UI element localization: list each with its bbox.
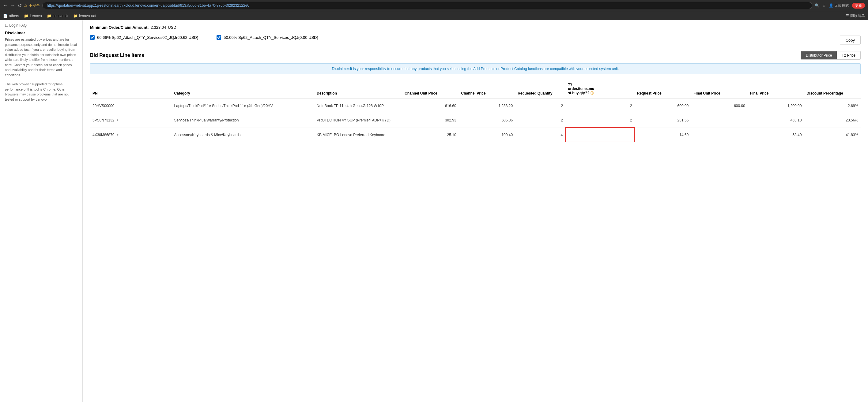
cell-final-unit-price-2 <box>691 128 748 142</box>
search-icon[interactable]: 🔍 <box>815 3 819 8</box>
checkbox2[interactable] <box>217 35 221 40</box>
url-text: https://quotation-web-sit.appz1p-restoni… <box>47 3 249 8</box>
cell-channel-unit-price-2: 25.10 <box>402 128 459 142</box>
cell-pn-1: 5PS0N73132✦ <box>90 113 172 128</box>
app-container: ☐ Login FAQ Disclaimer Prices are estima… <box>0 20 868 402</box>
reading-list-label: 阅读清单 <box>850 13 865 19</box>
bookmarks-left: 📄 others 📁 Lenovo 📁 lenovo-sit 📁 lenovo-… <box>3 14 96 18</box>
cell-discount-percentage-1: 23.56% <box>804 113 861 128</box>
sidebar-login-faq[interactable]: ☐ Login FAQ <box>5 23 78 28</box>
disclaimer-banner: Disclaimer:It is your responsibility to … <box>90 63 861 74</box>
th-channel-unit-price: Channel Unit Price <box>402 79 459 99</box>
table-row: 4X30M86879✦Accessory/Keyboards & Mice/Ke… <box>90 128 861 142</box>
warning-text: 不安全 <box>29 3 40 8</box>
checkbox1-item[interactable]: 66.66% Sp62_Attach_QTY_Services02_JQJ(60… <box>90 35 198 40</box>
cell-must-buy-2[interactable] <box>565 128 634 142</box>
cell-requested-quantity-2: 4 <box>515 128 565 142</box>
min-order-row: Minimum Order/Claim Amount: 2,323.04 USD <box>90 25 861 30</box>
pn-value: 20HVS00000 <box>93 103 114 109</box>
bookmark-label-others: others <box>9 14 19 18</box>
th-pn: PN <box>90 79 172 99</box>
bookmark-icon-others: 📄 <box>3 14 8 18</box>
price-toggle: Distributor Price T2 Price <box>801 51 861 60</box>
pn-value: 5PS0N73132 <box>93 118 114 123</box>
reading-list[interactable]: ☰ 阅读清单 <box>846 13 865 19</box>
cell-description-1: PROTECTION 4Y SUP (Premier+ADP+KYD) <box>314 113 402 128</box>
th-channel-price: Channel Price <box>459 79 516 99</box>
table-row: 5PS0N73132✦Services/ThinkPlus/Warranty/P… <box>90 113 861 128</box>
cell-final-unit-price-0: 600.00 <box>691 99 748 113</box>
th-must-buy: ?? order.items.mu st.buy.qty?? ⓘ <box>565 79 634 99</box>
bookmark-others[interactable]: 📄 others <box>3 14 19 18</box>
cell-pn-2: 4X30M86879✦ <box>90 128 172 142</box>
cell-channel-price-1: 605.86 <box>459 113 516 128</box>
bookmark-lenovo-uat[interactable]: 📁 lenovo-uat <box>73 14 96 18</box>
disclaimer-banner-text: Disclaimer:It is your responsibility to … <box>96 67 854 71</box>
cell-channel-unit-price-0: 616.60 <box>402 99 459 113</box>
bookmark-icon[interactable]: ☆ <box>823 3 826 8</box>
checkboxes-row: 66.66% Sp62_Attach_QTY_Services02_JQJ(60… <box>90 35 861 45</box>
min-order-currency: USD <box>168 25 176 30</box>
distributor-price-button[interactable]: Distributor Price <box>801 52 837 59</box>
reading-list-icon: ☰ <box>846 14 849 18</box>
sidebar-disclaimer-text1: Prices are estimated buy prices and are … <box>5 37 78 77</box>
sidebar: ☐ Login FAQ Disclaimer Prices are estima… <box>0 20 83 402</box>
cell-requested-quantity-1: 2 <box>515 113 565 128</box>
th-requested-quantity: Requested Quantity <box>515 79 565 99</box>
checkbox1-label: 66.66% Sp62_Attach_QTY_Services02_JQJ(60… <box>97 35 198 40</box>
th-category: Category <box>172 79 314 99</box>
main-content: Minimum Order/Claim Amount: 2,323.04 USD… <box>83 20 868 402</box>
t2-price-button[interactable]: T2 Price <box>837 52 860 59</box>
update-button[interactable]: 更新 <box>852 3 865 8</box>
min-order-label: Minimum Order/Claim Amount: <box>90 25 149 30</box>
cell-discount-percentage-0: 2.69% <box>804 99 861 113</box>
cell-category-0: Laptops/ThinkPad/11e Series/ThinkPad 11e… <box>172 99 314 113</box>
bookmark-label-lenovo-sit: lenovo-sit <box>53 14 68 18</box>
sidebar-disclaimer-text2: The web browser supported for optimal pe… <box>5 82 78 102</box>
bookmark-icon-lenovo-uat: 📁 <box>73 14 78 18</box>
cell-final-price-2: 58.40 <box>748 128 804 142</box>
security-warning: ⚠ 不安全 <box>24 3 40 8</box>
copy-button[interactable]: Copy <box>840 35 861 44</box>
cell-channel-price-0: 1,233.20 <box>459 99 516 113</box>
bookmark-lenovo[interactable]: 📁 Lenovo <box>24 14 42 18</box>
sidebar-disclaimer-title: Disclaimer <box>5 31 78 35</box>
cell-channel-unit-price-1: 302.93 <box>402 113 459 128</box>
user-menu[interactable]: 👤 无痕模式 <box>829 3 849 8</box>
cell-final-price-0: 1,200.00 <box>748 99 804 113</box>
cell-channel-price-2: 100.40 <box>459 128 516 142</box>
bookmark-icon-lenovo-sit: 📁 <box>47 14 52 18</box>
th-final-price: Final Price <box>748 79 804 99</box>
reload-button[interactable]: ↺ <box>18 3 22 8</box>
star-icon[interactable]: ✦ <box>116 118 119 123</box>
pn-value: 4X30M86879 <box>93 132 114 138</box>
cell-description-2: KB MICE_BO Lenovo Preferred Keyboard <box>314 128 402 142</box>
table-row: 20HVS00000Laptops/ThinkPad/11e Series/Th… <box>90 99 861 113</box>
th-request-price: Request Price <box>634 79 691 99</box>
forward-button[interactable]: → <box>10 3 15 8</box>
checkbox2-label: 50.00% Sp62_Attach_QTY_Services_JQJ(0.00… <box>224 35 318 40</box>
cell-category-1: Services/ThinkPlus/Warranty/Protection <box>172 113 314 128</box>
items-table: PN Category Description Channel Unit Pri… <box>90 79 861 142</box>
cell-request-price-0: 600.00 <box>634 99 691 113</box>
checkbox2-item[interactable]: 50.00% Sp62_Attach_QTY_Services_JQJ(0.00… <box>217 35 318 40</box>
must-buy-info-icon[interactable]: ⓘ <box>590 91 594 95</box>
bookmark-label-lenovo: Lenovo <box>30 14 42 18</box>
star-icon[interactable]: ✦ <box>116 132 119 138</box>
warning-icon: ⚠ <box>24 3 28 8</box>
bookmarks-bar: 📄 others 📁 Lenovo 📁 lenovo-sit 📁 lenovo-… <box>0 11 868 20</box>
back-button[interactable]: ← <box>3 3 8 8</box>
cell-category-2: Accessory/Keyboards & Mice/Keyboards <box>172 128 314 142</box>
url-bar[interactable]: https://quotation-web-sit.appz1p-restoni… <box>42 2 812 9</box>
cell-final-price-1: 463.10 <box>748 113 804 128</box>
bookmark-lenovo-sit[interactable]: 📁 lenovo-sit <box>47 14 68 18</box>
checkbox1[interactable] <box>90 35 95 40</box>
bookmark-icon-lenovo: 📁 <box>24 14 29 18</box>
cell-must-buy-0: 2 <box>565 99 634 113</box>
cell-request-price-2: 14.60 <box>634 128 691 142</box>
browser-actions: 🔍 ☆ 👤 无痕模式 更新 <box>815 3 865 8</box>
th-discount-percentage: Discount Percentage <box>804 79 861 99</box>
th-description: Description <box>314 79 402 99</box>
cell-discount-percentage-2: 41.83% <box>804 128 861 142</box>
cell-description-0: NoteBook TP 11e 4th Gen 4G 128 W10P <box>314 99 402 113</box>
